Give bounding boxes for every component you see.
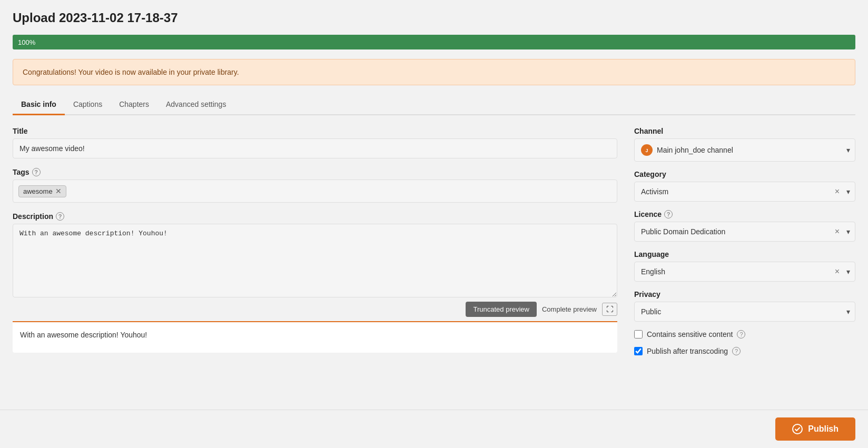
page-title: Upload 2023-11-02 17-18-37 <box>13 11 855 25</box>
tab-captions[interactable]: Captions <box>65 95 111 115</box>
publish-transcoding-label: Publish after transcoding <box>647 347 728 355</box>
channel-value: Main john_doe channel <box>657 146 733 154</box>
sensitive-label: Contains sensitive content <box>647 330 733 339</box>
language-select[interactable]: English <box>634 262 855 282</box>
language-clear-button[interactable]: × <box>835 267 840 276</box>
channel-avatar-icon: J <box>643 146 650 154</box>
channel-select[interactable]: J Main john_doe channel <box>634 138 855 162</box>
category-clear-button[interactable]: × <box>835 187 840 196</box>
sensitive-content-row: Contains sensitive content ? <box>634 330 855 339</box>
description-field-group: Description ? With an awesome descriptio… <box>13 212 617 353</box>
tag-text: awesome <box>23 187 53 195</box>
title-field-group: Title <box>13 127 617 158</box>
title-label: Title <box>13 127 617 135</box>
channel-label: Channel <box>634 127 855 135</box>
publish-bar: Publish <box>0 410 868 448</box>
licence-select[interactable]: Public Domain Dedication <box>634 222 855 242</box>
tags-help-icon[interactable]: ? <box>32 168 41 176</box>
category-label: Category <box>634 170 855 178</box>
privacy-select-wrapper: Public ▾ <box>634 302 855 322</box>
tab-basic-info[interactable]: Basic info <box>13 95 65 115</box>
privacy-label: Privacy <box>634 290 855 298</box>
language-label: Language <box>634 250 855 258</box>
category-select-wrapper: Activism × ▾ <box>634 182 855 202</box>
complete-preview-button[interactable]: Complete preview <box>542 305 597 313</box>
sensitive-checkbox[interactable] <box>634 330 643 339</box>
publish-transcoding-row: Publish after transcoding ? <box>634 347 855 355</box>
publish-button-label: Publish <box>808 424 839 434</box>
truncated-preview-button[interactable]: Truncated preview <box>466 302 536 317</box>
svg-text:J: J <box>645 148 648 153</box>
sensitive-help-icon[interactable]: ? <box>737 330 745 339</box>
publish-transcoding-help-icon[interactable]: ? <box>732 347 741 355</box>
progress-bar-label: 100% <box>18 38 35 46</box>
channel-select-wrapper: J Main john_doe channel ▾ <box>634 138 855 162</box>
left-column: Title Tags ? awesome ✕ Des <box>13 127 617 355</box>
language-field-group: Language English × ▾ <box>634 250 855 282</box>
category-field-group: Category Activism × ▾ <box>634 170 855 202</box>
privacy-field-group: Privacy Public ▾ <box>634 290 855 322</box>
tag-remove-button[interactable]: ✕ <box>55 187 62 195</box>
tab-chapters[interactable]: Chapters <box>111 95 157 115</box>
description-label: Description ? <box>13 212 617 221</box>
check-circle-icon <box>792 424 803 434</box>
preview-toolbar: Truncated preview Complete preview ⛶ <box>13 297 617 321</box>
description-textarea[interactable]: With an awesome description! Youhou! <box>13 224 617 297</box>
publish-transcoding-checkbox[interactable] <box>634 347 643 355</box>
licence-select-wrapper: Public Domain Dedication × ▾ <box>634 222 855 242</box>
publish-button[interactable]: Publish <box>775 417 855 441</box>
tags-label: Tags ? <box>13 168 617 176</box>
preview-content: With an awesome description! Youhou! <box>13 321 617 353</box>
channel-avatar: J <box>641 144 653 156</box>
success-banner: Congratulations! Your video is now avail… <box>13 59 855 85</box>
licence-help-icon[interactable]: ? <box>664 210 673 218</box>
tags-container[interactable]: awesome ✕ <box>13 180 617 203</box>
title-input[interactable] <box>13 138 617 158</box>
right-column: Channel J Main john_doe channel ▾ <box>634 127 855 355</box>
fullscreen-icon: ⛶ <box>606 305 613 313</box>
tabs-bar: Basic info Captions Chapters Advanced se… <box>13 95 855 115</box>
licence-clear-button[interactable]: × <box>835 227 840 236</box>
fullscreen-button[interactable]: ⛶ <box>602 303 617 316</box>
category-select[interactable]: Activism <box>634 182 855 202</box>
description-help-icon[interactable]: ? <box>56 212 64 221</box>
tags-field-group: Tags ? awesome ✕ <box>13 168 617 203</box>
progress-bar: 100% <box>13 35 855 49</box>
channel-field-group: Channel J Main john_doe channel ▾ <box>634 127 855 162</box>
tab-advanced-settings[interactable]: Advanced settings <box>157 95 234 115</box>
svg-point-2 <box>793 424 802 434</box>
privacy-select[interactable]: Public <box>634 302 855 322</box>
licence-label: Licence ? <box>634 210 855 218</box>
licence-field-group: Licence ? Public Domain Dedication × ▾ <box>634 210 855 242</box>
language-select-wrapper: English × ▾ <box>634 262 855 282</box>
tag-chip: awesome ✕ <box>18 185 66 197</box>
